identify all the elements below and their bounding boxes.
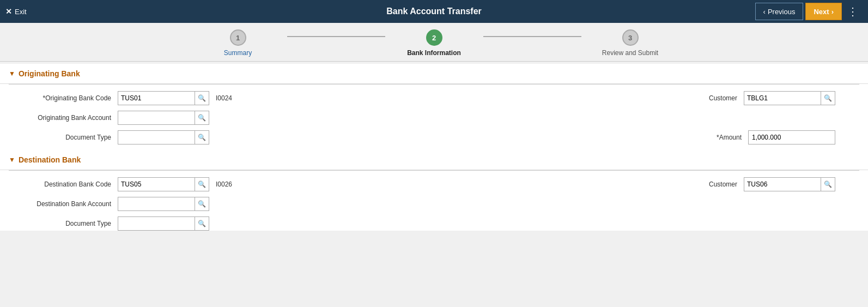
step-3: 3 Review and Submit (581, 29, 679, 57)
destination-bank-code-field: 🔍 (118, 177, 209, 191)
destination-bank-account-input[interactable] (118, 197, 195, 210)
originating-document-type-input[interactable] (118, 131, 195, 144)
destination-customer-label: Customer (697, 180, 740, 188)
destination-document-type-search-button[interactable]: 🔍 (195, 217, 209, 230)
search-icon-3: 🔍 (198, 114, 206, 122)
step-2-label: Bank Information (407, 49, 461, 57)
originating-customer-search-button[interactable]: 🔍 (821, 92, 835, 105)
step-line-1 (287, 36, 385, 37)
originating-bank-code-input[interactable] (118, 92, 195, 105)
originating-bank-section-header: ▼ Originating Bank (0, 64, 868, 84)
prev-chevron-icon: ‹ (763, 8, 766, 16)
destination-bank-title: Destination Bank (19, 155, 81, 164)
originating-customer-label: Customer (697, 94, 740, 102)
destination-customer-search-button[interactable]: 🔍 (821, 178, 835, 191)
originating-customer-input[interactable] (744, 92, 821, 105)
destination-bank-collapse-icon[interactable]: ▼ (9, 156, 15, 164)
next-label: Next (814, 8, 829, 16)
originating-document-type-field: 🔍 (118, 130, 209, 145)
destination-document-type-input[interactable] (118, 217, 195, 230)
next-chevron-icon: › (831, 8, 834, 16)
step-line-2 (483, 36, 581, 37)
destination-document-type-label: Document Type (11, 220, 114, 227)
search-icon-8: 🔍 (198, 220, 206, 227)
destination-document-type-field: 🔍 (118, 216, 209, 231)
header-actions: ‹ Previous Next › ⋮ (755, 3, 863, 20)
step-2: 2 Bank Information (385, 29, 483, 57)
search-icon: 🔍 (198, 94, 206, 102)
destination-bank-code-search-button[interactable]: 🔍 (195, 178, 209, 191)
previous-label: Previous (768, 8, 796, 16)
originating-customer-field: 🔍 (744, 91, 835, 105)
stepper: 1 Summary 2 Bank Information 3 Review an… (0, 23, 868, 62)
step-2-circle: 2 (426, 29, 442, 46)
step-1-circle: 1 (230, 29, 246, 46)
destination-bank-code-input[interactable] (118, 178, 195, 191)
destination-customer-input[interactable] (744, 178, 821, 191)
destination-bank-form: Destination Bank Code 🔍 I0026 Customer 🔍 (0, 171, 868, 231)
originating-bank-collapse-icon[interactable]: ▼ (9, 70, 15, 77)
search-icon-6: 🔍 (824, 180, 832, 188)
destination-bank-account-label: Destination Bank Account (11, 200, 114, 208)
originating-bank-account-label: Originating Bank Account (11, 114, 114, 122)
originating-bank-account-search-button[interactable]: 🔍 (195, 111, 209, 124)
search-icon-4: 🔍 (198, 134, 206, 141)
originating-bank-form: *Originating Bank Code 🔍 I0024 Customer … (0, 85, 868, 145)
search-icon-5: 🔍 (198, 180, 206, 188)
destination-customer-field: 🔍 (744, 177, 835, 191)
originating-bank-account-input[interactable] (118, 111, 195, 124)
next-button[interactable]: Next › (805, 3, 842, 20)
destination-bank-code-label: Destination Bank Code (11, 180, 114, 188)
header: ✕ Exit Bank Account Transfer ‹ Previous … (0, 0, 868, 23)
step-1-label[interactable]: Summary (224, 49, 252, 57)
step-3-label: Review and Submit (602, 49, 658, 57)
originating-document-type-label: Document Type (11, 134, 114, 141)
exit-button[interactable]: ✕ Exit (5, 7, 27, 16)
destination-bank-account-field: 🔍 (118, 197, 209, 211)
originating-bank-code-field: 🔍 (118, 91, 209, 105)
destination-bank-code-text: I0026 (216, 180, 232, 188)
destination-bank-account-search-button[interactable]: 🔍 (195, 197, 209, 210)
destination-bank-section-header: ▼ Destination Bank (0, 150, 868, 170)
originating-bank-code-label: *Originating Bank Code (11, 94, 114, 102)
originating-document-type-search-button[interactable]: 🔍 (195, 131, 209, 144)
more-options-button[interactable]: ⋮ (844, 5, 863, 18)
originating-bank-account-field: 🔍 (118, 111, 209, 125)
page-title: Bank Account Transfer (386, 7, 482, 16)
originating-amount-input[interactable] (748, 130, 835, 145)
search-icon-7: 🔍 (198, 200, 206, 208)
step-3-circle: 3 (622, 29, 639, 46)
exit-label: Exit (15, 8, 27, 16)
originating-bank-title: Originating Bank (19, 69, 80, 78)
main-content: ▼ Originating Bank *Originating Bank Cod… (0, 64, 868, 231)
step-1: 1 Summary (189, 29, 287, 57)
originating-bank-code-text: I0024 (216, 94, 232, 102)
originating-bank-code-search-button[interactable]: 🔍 (195, 92, 209, 105)
exit-icon: ✕ (5, 7, 12, 16)
originating-amount-label: *Amount (701, 134, 745, 141)
search-icon-2: 🔍 (824, 94, 832, 102)
previous-button[interactable]: ‹ Previous (755, 3, 804, 20)
